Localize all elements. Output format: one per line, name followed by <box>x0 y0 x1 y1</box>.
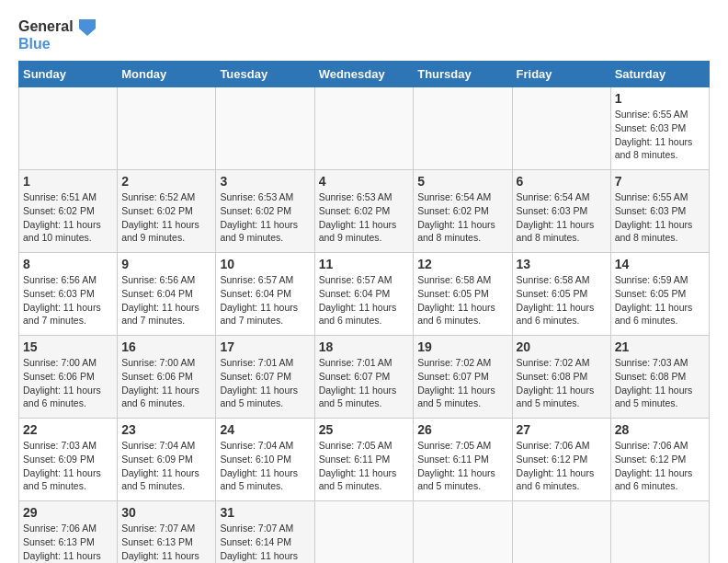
calendar-cell <box>512 501 610 563</box>
svg-marker-0 <box>79 19 96 36</box>
logo-blue: Blue <box>18 36 51 52</box>
calendar-cell: 26Sunrise: 7:05 AMSunset: 6:11 PMDayligh… <box>414 419 512 501</box>
logo: General Blue <box>18 18 96 52</box>
day-header-wednesday: Wednesday <box>314 62 414 87</box>
day-info: Sunrise: 7:06 AMSunset: 6:13 PMDaylight:… <box>23 522 113 563</box>
day-number: 3 <box>220 174 310 189</box>
day-info: Sunrise: 7:05 AMSunset: 6:11 PMDaylight:… <box>319 439 410 493</box>
day-number: 24 <box>220 422 310 437</box>
day-info: Sunrise: 7:07 AMSunset: 6:14 PMDaylight:… <box>220 522 310 563</box>
day-info: Sunrise: 6:57 AMSunset: 6:04 PMDaylight:… <box>220 273 310 327</box>
calendar-week-6: 29Sunrise: 7:06 AMSunset: 6:13 PMDayligh… <box>19 501 710 563</box>
day-number: 30 <box>121 505 211 520</box>
day-info: Sunrise: 7:00 AMSunset: 6:06 PMDaylight:… <box>121 356 211 410</box>
calendar-cell: 12Sunrise: 6:58 AMSunset: 6:05 PMDayligh… <box>414 253 512 336</box>
calendar-cell: 29Sunrise: 7:06 AMSunset: 6:13 PMDayligh… <box>19 501 118 563</box>
day-number: 27 <box>517 422 607 437</box>
calendar-cell: 15Sunrise: 7:00 AMSunset: 6:06 PMDayligh… <box>19 336 118 419</box>
day-number: 1 <box>23 174 113 189</box>
day-header-sunday: Sunday <box>19 62 118 87</box>
calendar-cell: 3Sunrise: 6:53 AMSunset: 6:02 PMDaylight… <box>216 170 314 253</box>
day-header-thursday: Thursday <box>414 62 512 87</box>
day-info: Sunrise: 6:54 AMSunset: 6:02 PMDaylight:… <box>417 190 507 245</box>
day-number: 31 <box>220 505 310 520</box>
calendar-cell: 8Sunrise: 6:56 AMSunset: 6:03 PMDaylight… <box>19 253 118 336</box>
day-number: 2 <box>121 174 211 189</box>
calendar-week-1: 1Sunrise: 6:55 AMSunset: 6:03 PMDaylight… <box>19 87 710 170</box>
day-info: Sunrise: 7:00 AMSunset: 6:06 PMDaylight:… <box>23 356 113 410</box>
day-header-tuesday: Tuesday <box>216 62 314 87</box>
day-number: 18 <box>319 339 410 354</box>
day-number: 26 <box>417 422 507 437</box>
day-number: 17 <box>220 339 310 354</box>
calendar-cell: 23Sunrise: 7:04 AMSunset: 6:09 PMDayligh… <box>118 419 216 501</box>
calendar-week-2: 1Sunrise: 6:51 AMSunset: 6:02 PMDaylight… <box>19 170 710 253</box>
calendar-cell <box>216 87 314 170</box>
day-info: Sunrise: 6:58 AMSunset: 6:05 PMDaylight:… <box>417 273 507 327</box>
day-info: Sunrise: 7:02 AMSunset: 6:07 PMDaylight:… <box>417 356 507 410</box>
day-header-saturday: Saturday <box>610 62 709 87</box>
calendar-cell: 11Sunrise: 6:57 AMSunset: 6:04 PMDayligh… <box>314 253 414 336</box>
day-number: 6 <box>517 174 607 189</box>
day-info: Sunrise: 6:56 AMSunset: 6:03 PMDaylight:… <box>23 273 113 327</box>
day-info: Sunrise: 6:55 AMSunset: 6:03 PMDaylight:… <box>615 108 705 162</box>
calendar-week-3: 8Sunrise: 6:56 AMSunset: 6:03 PMDaylight… <box>19 253 710 336</box>
logo-text: General Blue <box>18 18 96 52</box>
day-info: Sunrise: 6:58 AMSunset: 6:05 PMDaylight:… <box>517 273 607 327</box>
day-info: Sunrise: 6:51 AMSunset: 6:02 PMDaylight:… <box>23 190 113 245</box>
day-info: Sunrise: 7:03 AMSunset: 6:09 PMDaylight:… <box>23 439 113 493</box>
calendar-cell: 4Sunrise: 6:53 AMSunset: 6:02 PMDaylight… <box>314 170 414 253</box>
calendar-week-5: 22Sunrise: 7:03 AMSunset: 6:09 PMDayligh… <box>19 419 710 501</box>
calendar-cell: 18Sunrise: 7:01 AMSunset: 6:07 PMDayligh… <box>314 336 414 419</box>
day-number: 11 <box>319 257 410 271</box>
calendar-cell: 1Sunrise: 6:51 AMSunset: 6:02 PMDaylight… <box>19 170 118 253</box>
day-header-monday: Monday <box>118 62 216 87</box>
calendar-cell <box>118 87 216 170</box>
calendar-cell: 30Sunrise: 7:07 AMSunset: 6:13 PMDayligh… <box>118 501 216 563</box>
calendar-cell: 28Sunrise: 7:06 AMSunset: 6:12 PMDayligh… <box>610 419 709 501</box>
day-info: Sunrise: 6:56 AMSunset: 6:04 PMDaylight:… <box>121 273 211 327</box>
day-number: 25 <box>319 422 410 437</box>
calendar-cell: 27Sunrise: 7:06 AMSunset: 6:12 PMDayligh… <box>512 419 610 501</box>
calendar-week-4: 15Sunrise: 7:00 AMSunset: 6:06 PMDayligh… <box>19 336 710 419</box>
day-number: 1 <box>615 91 705 106</box>
calendar-cell: 31Sunrise: 7:07 AMSunset: 6:14 PMDayligh… <box>216 501 314 563</box>
day-number: 28 <box>615 422 705 437</box>
day-number: 15 <box>23 339 113 354</box>
calendar-cell: 2Sunrise: 6:52 AMSunset: 6:02 PMDaylight… <box>118 170 216 253</box>
calendar-cell: 21Sunrise: 7:03 AMSunset: 6:08 PMDayligh… <box>610 336 709 419</box>
day-info: Sunrise: 6:52 AMSunset: 6:02 PMDaylight:… <box>121 190 211 245</box>
calendar-cell: 7Sunrise: 6:55 AMSunset: 6:03 PMDaylight… <box>610 170 709 253</box>
day-info: Sunrise: 7:06 AMSunset: 6:12 PMDaylight:… <box>615 439 705 493</box>
day-number: 19 <box>417 339 507 354</box>
day-info: Sunrise: 6:54 AMSunset: 6:03 PMDaylight:… <box>517 190 607 245</box>
day-number: 13 <box>517 257 607 271</box>
calendar-cell <box>610 501 709 563</box>
day-info: Sunrise: 7:04 AMSunset: 6:10 PMDaylight:… <box>220 439 310 493</box>
day-number: 8 <box>23 257 113 271</box>
calendar-cell: 20Sunrise: 7:02 AMSunset: 6:08 PMDayligh… <box>512 336 610 419</box>
day-number: 23 <box>121 422 211 437</box>
page-header: General Blue <box>18 18 710 52</box>
calendar-cell: 9Sunrise: 6:56 AMSunset: 6:04 PMDaylight… <box>118 253 216 336</box>
calendar-cell: 10Sunrise: 6:57 AMSunset: 6:04 PMDayligh… <box>216 253 314 336</box>
calendar-cell: 24Sunrise: 7:04 AMSunset: 6:10 PMDayligh… <box>216 419 314 501</box>
calendar-cell <box>314 87 414 170</box>
calendar-cell: 17Sunrise: 7:01 AMSunset: 6:07 PMDayligh… <box>216 336 314 419</box>
day-number: 14 <box>615 257 705 271</box>
day-info: Sunrise: 7:06 AMSunset: 6:12 PMDaylight:… <box>517 439 607 493</box>
day-info: Sunrise: 7:04 AMSunset: 6:09 PMDaylight:… <box>121 439 211 493</box>
calendar-cell <box>414 87 512 170</box>
day-number: 9 <box>121 257 211 271</box>
calendar-cell: 13Sunrise: 6:58 AMSunset: 6:05 PMDayligh… <box>512 253 610 336</box>
calendar-cell: 22Sunrise: 7:03 AMSunset: 6:09 PMDayligh… <box>19 419 118 501</box>
calendar-cell <box>414 501 512 563</box>
day-info: Sunrise: 7:02 AMSunset: 6:08 PMDaylight:… <box>517 356 607 410</box>
logo-arrow-icon <box>79 19 96 36</box>
day-info: Sunrise: 6:57 AMSunset: 6:04 PMDaylight:… <box>319 273 410 327</box>
day-info: Sunrise: 7:05 AMSunset: 6:11 PMDaylight:… <box>417 439 507 493</box>
calendar-cell: 19Sunrise: 7:02 AMSunset: 6:07 PMDayligh… <box>414 336 512 419</box>
calendar-cell: 14Sunrise: 6:59 AMSunset: 6:05 PMDayligh… <box>610 253 709 336</box>
calendar-cell <box>19 87 118 170</box>
day-info: Sunrise: 6:59 AMSunset: 6:05 PMDaylight:… <box>615 273 705 327</box>
